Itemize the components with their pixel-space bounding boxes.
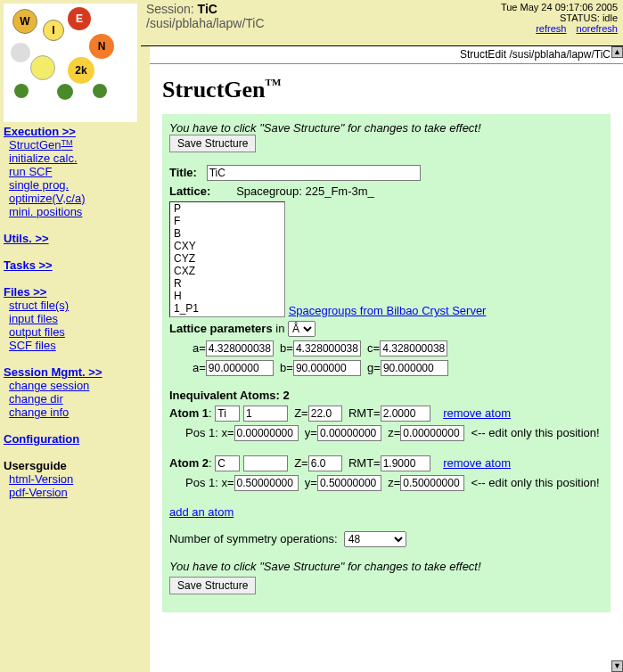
nav-usersguide-label: Usersguide <box>4 459 67 472</box>
nav-runscf[interactable]: run SCF <box>9 165 52 178</box>
unit-select[interactable]: Å <box>288 321 316 337</box>
sg-label: Spacegroup: <box>236 184 302 198</box>
nav-change-dir[interactable]: change dir <box>9 392 63 406</box>
atom2-num-input[interactable] <box>243 455 288 471</box>
page-title: StructGenTM <box>162 77 611 103</box>
notice-bottom: You have to click "Save Structure" for c… <box>169 560 603 573</box>
atom2-rmt-input[interactable] <box>381 455 430 471</box>
lattice-listbox[interactable]: P F B CXY CYZ CXZ R H 1_P1 <box>169 201 285 317</box>
status-value: idle <box>603 12 618 23</box>
add-atom-link[interactable]: add an atom <box>169 505 234 519</box>
ineq-label: Inequivalent Atoms: <box>169 389 280 402</box>
sidebar: W I E N 2k Execution >> StructGenTM init… <box>0 0 141 672</box>
atom1-z-input[interactable] <box>308 406 342 422</box>
main: StructGenTM You have to click "Save Stru… <box>150 64 623 672</box>
breadcrumb: StructEdit /susi/pblaha/lapw/TiC <box>150 46 623 64</box>
atom2-x-input[interactable] <box>234 475 299 491</box>
list-item[interactable]: CYZ <box>170 252 284 265</box>
status-label: STATUS: <box>560 12 600 23</box>
atom2-z-input[interactable] <box>308 455 342 471</box>
list-item[interactable]: CXZ <box>170 265 284 277</box>
save-button-bottom[interactable]: Save Structure <box>169 577 256 594</box>
title-label: Title: <box>169 166 197 179</box>
remove-atom1-link[interactable]: remove atom <box>443 406 511 420</box>
ineq-count: 2 <box>283 389 289 402</box>
logo: W I E N 2k <box>4 4 137 122</box>
datetime: Tue May 24 09:17:06 2005 <box>501 2 618 12</box>
session-label: Session: <box>146 2 194 16</box>
session-name: TiC <box>198 2 217 16</box>
atom2-label: Atom 2 <box>169 456 209 470</box>
edit-note: <-- edit only this position! <box>471 426 599 439</box>
in-label: in <box>275 322 284 335</box>
list-item[interactable]: 1_P1 <box>170 302 284 315</box>
nav-input-files[interactable]: input files <box>9 312 58 325</box>
alpha-input[interactable] <box>206 360 274 376</box>
remove-atom2-link[interactable]: remove atom <box>443 456 511 470</box>
atom1-y-input[interactable] <box>317 425 381 441</box>
nav-sessmgmt[interactable]: Session Mgmt. >> <box>4 365 102 379</box>
nav-config[interactable]: Configuration <box>4 432 79 446</box>
atom1-symbol-input[interactable] <box>215 406 240 422</box>
list-item[interactable]: F <box>170 215 284 227</box>
notice-top: You have to click "Save Structure" for c… <box>169 121 603 135</box>
symop-select[interactable]: 48 <box>344 531 406 547</box>
session-path: /susi/pblaha/lapw/TiC <box>146 16 265 30</box>
scroll-down-icon[interactable]: ▼ <box>611 660 623 672</box>
nav-output-files[interactable]: output files <box>9 325 65 339</box>
atom1-label: Atom 1 <box>169 406 209 420</box>
atom1-num-input[interactable] <box>243 406 288 422</box>
list-item[interactable]: H <box>170 290 284 302</box>
nav-structgen[interactable]: StructGenTM <box>9 138 73 152</box>
c-input[interactable] <box>380 340 447 356</box>
atom2-symbol-input[interactable] <box>215 455 240 471</box>
nav-change-session[interactable]: change session <box>9 379 89 392</box>
nav-init[interactable]: initialize calc. <box>9 152 78 165</box>
nav-scf-files[interactable]: SCF files <box>9 339 56 352</box>
list-item[interactable]: B <box>170 227 284 240</box>
nav-files[interactable]: Files >> <box>4 285 46 299</box>
nav-tasks[interactable]: Tasks >> <box>4 258 53 272</box>
title-input[interactable] <box>207 165 421 181</box>
lattice-label: Lattice: <box>169 184 210 198</box>
nav-pdf-version[interactable]: pdf-Version <box>9 486 68 499</box>
sg-value: 225_Fm-3m_ <box>306 184 374 198</box>
nav-mini[interactable]: mini. positions <box>9 205 82 218</box>
beta-input[interactable] <box>293 360 361 376</box>
save-button-top[interactable]: Save Structure <box>169 135 256 152</box>
refresh-link[interactable]: refresh <box>536 23 566 34</box>
list-item[interactable]: R <box>170 277 284 290</box>
b-input[interactable] <box>293 340 361 356</box>
scroll-up-icon[interactable]: ▲ <box>611 46 623 58</box>
list-item[interactable]: CXY <box>170 240 284 252</box>
nav-single[interactable]: single prog. <box>9 178 69 192</box>
nav-optimize[interactable]: optimize(V,c/a) <box>9 192 86 205</box>
latparam-label: Lattice parameters <box>169 322 273 335</box>
topbar: Session: TiC /susi/pblaha/lapw/TiC Tue M… <box>141 0 623 46</box>
bilbao-link[interactable]: Spacegroups from Bilbao Cryst Server <box>289 304 487 317</box>
atom1-x-input[interactable] <box>234 425 299 441</box>
a-input[interactable] <box>206 340 274 356</box>
symop-label: Number of symmetry operations: <box>169 532 338 545</box>
form-panel: You have to click "Save Structure" for c… <box>162 114 611 612</box>
list-item[interactable]: P <box>170 202 284 215</box>
gamma-input[interactable] <box>381 360 448 376</box>
edit-note-2: <-- edit only this position! <box>471 476 599 489</box>
nav-utils[interactable]: Utils. >> <box>4 232 49 245</box>
nav-change-info[interactable]: change info <box>9 406 69 419</box>
nav-html-version[interactable]: html-Version <box>9 472 73 486</box>
atom1-zpos-input[interactable] <box>400 425 464 441</box>
nav-execution[interactable]: Execution >> <box>4 125 76 138</box>
nav-struct-files[interactable]: struct file(s) <box>9 299 69 312</box>
atom2-zpos-input[interactable] <box>400 475 464 491</box>
atom2-y-input[interactable] <box>317 475 381 491</box>
norefresh-link[interactable]: norefresh <box>577 23 618 34</box>
atom1-rmt-input[interactable] <box>381 406 430 422</box>
